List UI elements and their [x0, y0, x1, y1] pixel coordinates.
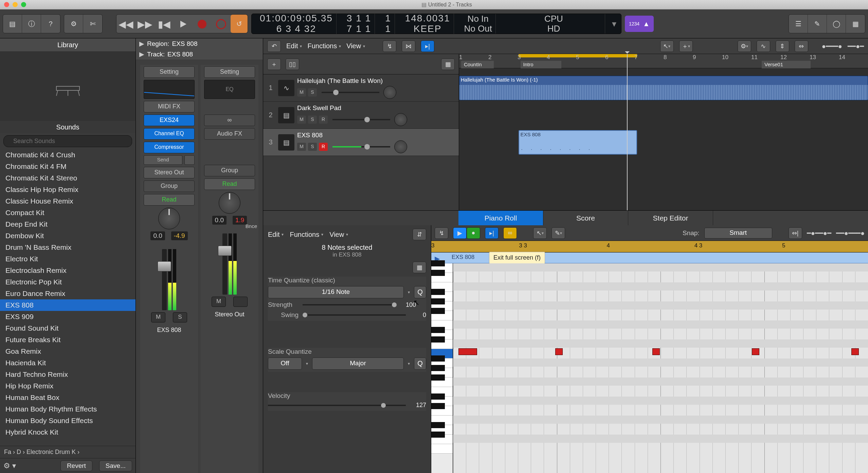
track-header[interactable]: 2 ▤ Dark Swell Pad M S R	[263, 102, 459, 129]
arrangement-marker[interactable]: CountIn	[461, 61, 494, 68]
sound-list-item[interactable]: Electronic Pop Kit	[0, 276, 135, 288]
lcd-dropdown-icon[interactable]: ▾	[612, 19, 616, 29]
mute-button[interactable]: M	[151, 312, 165, 322]
track-icon[interactable]: ∿	[278, 80, 294, 96]
duplicate-track-button[interactable]: ▯▯	[286, 58, 299, 70]
disclosure-icon[interactable]: ▶	[139, 50, 144, 58]
track-icon[interactable]: ▤	[278, 134, 294, 151]
lcd-display[interactable]: 01:00:09:05.35 6 3 4 32 3 1 1 7 1 1 1 1 …	[251, 14, 621, 34]
close-window-icon[interactable]	[4, 2, 9, 7]
piano-black-key[interactable]	[431, 393, 445, 400]
track-volume-slider[interactable]	[322, 92, 379, 93]
piano-black-key[interactable]	[431, 308, 445, 314]
media-browser-icon[interactable]: ▦	[846, 15, 865, 33]
instrument-slot[interactable]: EXS24	[144, 115, 195, 126]
sound-list-item[interactable]: Classic House Remix	[0, 195, 135, 207]
arrange-grid[interactable]: Hallelujah (The Battle Is Won) (-1)EXS 8…	[459, 74, 868, 210]
channel-eq-slot[interactable]: Channel EQ	[144, 128, 195, 140]
piano-black-key[interactable]	[431, 270, 445, 276]
add-track-button[interactable]: ＋	[267, 58, 281, 70]
link-icon[interactable]: ∞	[503, 227, 517, 239]
audio-fx-slot[interactable]: Audio FX	[204, 128, 255, 140]
bounce-label[interactable]: Bnce	[246, 223, 257, 229]
piano-roll-keys[interactable]: C1	[431, 263, 453, 473]
scale-type-select[interactable]: Major	[312, 357, 404, 370]
track-pan-knob[interactable]	[383, 86, 396, 99]
mute-button[interactable]: M	[297, 143, 306, 151]
swing-slider[interactable]	[303, 314, 406, 316]
rewind-button[interactable]: ◀◀	[116, 15, 135, 34]
sound-list-item[interactable]: Drum 'N Bass Remix	[0, 242, 135, 253]
fader[interactable]: Bnce	[204, 227, 255, 295]
region[interactable]: EXS 808· · · · · · · ·	[519, 130, 637, 155]
sound-list-item[interactable]: Hard Techno Remix	[0, 369, 135, 380]
search-sounds-input[interactable]	[3, 135, 132, 147]
zoom-slider-v[interactable]: ━━●━	[848, 42, 864, 50]
tracks-functions-menu[interactable]: Functions▾	[307, 42, 341, 50]
alt-tool-icon[interactable]: ＋▾	[679, 40, 693, 52]
tracks-view-menu[interactable]: View▾	[346, 42, 365, 50]
eq-thumbnail[interactable]	[144, 80, 195, 99]
arrangement-marker[interactable]: Intro	[521, 61, 561, 68]
catch-icon[interactable]: ▸|	[421, 40, 434, 52]
fader[interactable]	[144, 242, 195, 310]
piano-black-key[interactable]	[431, 289, 445, 295]
sound-list-item[interactable]: Dembow Kit	[0, 230, 135, 242]
play-button[interactable]	[174, 15, 193, 34]
piano-roll-grid[interactable]	[453, 263, 868, 473]
capture-record-button[interactable]	[212, 15, 231, 34]
sound-list-item[interactable]: Chromatic Kit 4 FM	[0, 161, 135, 172]
piano-black-key[interactable]	[431, 365, 445, 371]
piano-black-key[interactable]	[431, 432, 445, 438]
sound-list-item[interactable]: Hacienda Kit	[0, 357, 135, 369]
editor-view-menu[interactable]: View▾	[329, 231, 348, 239]
piano-black-key[interactable]	[431, 403, 445, 409]
back-icon[interactable]: ↶	[267, 40, 281, 52]
midi-fx-slot[interactable]: MIDI FX	[144, 101, 195, 112]
region[interactable]: Hallelujah (The Battle Is Won) (-1)	[459, 76, 868, 100]
solo-button[interactable]: S	[308, 88, 317, 97]
count-in-box[interactable]: 1234 ▲	[625, 16, 654, 32]
compressor-slot[interactable]: Compressor	[144, 142, 195, 153]
sound-list-item[interactable]: EXS 808	[0, 299, 135, 311]
zoom-slider-h[interactable]: ●━━━●	[822, 42, 842, 50]
note-pad-icon[interactable]: ✎	[808, 15, 827, 33]
pointer-tool-icon[interactable]: ↖▾	[533, 227, 547, 239]
solo-button[interactable]: S	[308, 116, 317, 124]
track-header[interactable]: 1 ∿ Hallelujah (The Battle Is Won) M S	[263, 74, 459, 102]
track-volume-slider[interactable]	[332, 119, 390, 120]
send-slot[interactable]: Send	[144, 155, 182, 165]
piano-black-key[interactable]	[431, 327, 445, 333]
editor-functions-menu[interactable]: Functions▾	[290, 231, 323, 239]
pencil-tool-icon[interactable]: ✎▾	[551, 227, 565, 239]
midi-note[interactable]	[555, 348, 563, 355]
link-slot[interactable]: ∞	[204, 115, 255, 126]
tab-step-editor[interactable]: Step Editor	[628, 211, 713, 225]
horizontal-zoom-icon[interactable]: ⇔	[795, 40, 808, 52]
record-enable-button[interactable]: R	[319, 116, 328, 124]
pan-knob[interactable]	[219, 192, 240, 214]
playhead[interactable]	[627, 54, 628, 210]
tab-score[interactable]: Score	[543, 211, 628, 225]
mute-button[interactable]: M	[297, 116, 306, 124]
catch-icon[interactable]: ▸|	[485, 227, 499, 239]
go-to-start-button[interactable]: ▮◀	[155, 15, 174, 34]
sound-list-item[interactable]: Chromatic Kit 4 Stereo	[0, 172, 135, 184]
send-knob[interactable]	[184, 155, 195, 165]
solo-button[interactable]: S	[308, 143, 317, 151]
automation-icon[interactable]: ↯	[383, 40, 396, 52]
snap-settings-icon[interactable]: ⚙▾	[738, 40, 751, 52]
sound-list-item[interactable]: Goa Remix	[0, 346, 135, 357]
mixer-icon[interactable]: ⚙	[64, 15, 83, 33]
sound-list-item[interactable]: Human Beat Box	[0, 392, 135, 403]
help-icon[interactable]: ?	[41, 15, 60, 33]
piano-black-key[interactable]	[431, 374, 445, 381]
piano-roll-region-band[interactable]: ▶ EXS 808 Exit full screen (f)	[431, 252, 868, 263]
eq-slot[interactable]: EQ	[204, 80, 255, 99]
pr-automation-icon[interactable]: ↯	[435, 227, 448, 239]
midi-out-icon[interactable]: ●	[467, 227, 480, 239]
revert-button[interactable]: Revert	[60, 460, 92, 471]
pointer-tool-icon[interactable]: ↖▾	[660, 40, 674, 52]
minimize-window-icon[interactable]	[13, 2, 18, 7]
zoom-fit-icon[interactable]: ⇔|	[789, 227, 802, 239]
